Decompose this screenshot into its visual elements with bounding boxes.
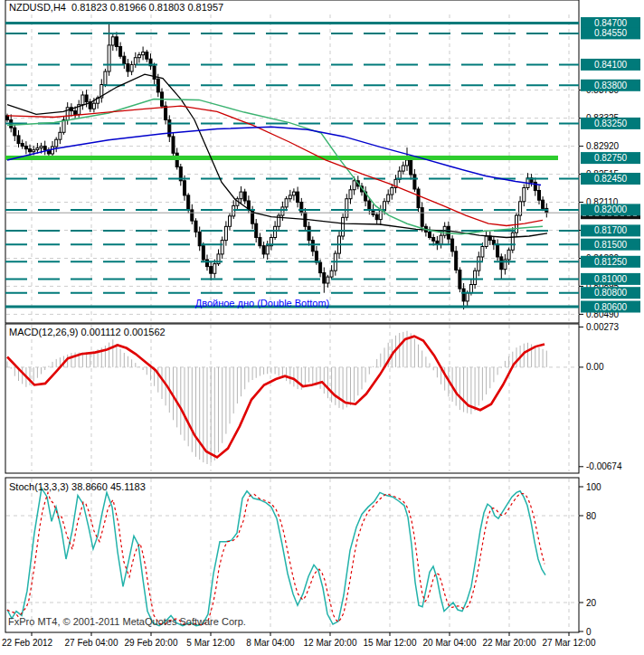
macd-indicator-label: MACD(12,26,9) 0.001112 0.001562 — [9, 327, 166, 337]
svg-text:27 Mar 12:00: 27 Mar 12:00 — [543, 638, 596, 648]
mt4-chart-window: 0.837300.833250.829200.825150.821100.817… — [0, 0, 644, 655]
svg-text:0.84100: 0.84100 — [594, 60, 628, 70]
svg-text:22 Feb 2012: 22 Feb 2012 — [2, 638, 53, 648]
svg-text:0.84700: 0.84700 — [594, 18, 628, 28]
svg-text:12 Mar 20:00: 12 Mar 20:00 — [304, 638, 357, 648]
svg-text:0.82450: 0.82450 — [594, 174, 628, 184]
svg-text:0.81700: 0.81700 — [594, 225, 628, 235]
svg-text:29 Feb 20:00: 29 Feb 20:00 — [125, 638, 178, 648]
svg-text:0.83800: 0.83800 — [594, 81, 628, 90]
svg-text:-0.00674: -0.00674 — [586, 461, 622, 471]
svg-text:0.83250: 0.83250 — [594, 119, 628, 128]
svg-text:0.80600: 0.80600 — [594, 302, 628, 312]
svg-text:0.84550: 0.84550 — [594, 28, 628, 38]
svg-text:0: 0 — [586, 627, 592, 637]
svg-text:0.82750: 0.82750 — [594, 153, 628, 163]
svg-text:15 Mar 12:00: 15 Mar 12:00 — [364, 638, 417, 648]
svg-text:0.00273: 0.00273 — [586, 322, 620, 332]
svg-text:20: 20 — [586, 598, 597, 608]
chart-header: NZDUSD,H40.81823 0.81966 0.81803 0.81957 — [9, 2, 229, 13]
svg-text:0.81000: 0.81000 — [594, 274, 628, 284]
svg-text:8 Mar 04:00: 8 Mar 04:00 — [246, 638, 295, 648]
watermark: FxPro MT4, © 2001-2011 MetaQuotes Softwa… — [8, 616, 246, 627]
stoch-indicator-label: Stoch(13,3,3) 38.8660 45.1183 — [9, 481, 146, 492]
svg-text:100: 100 — [586, 482, 601, 492]
svg-text:80: 80 — [586, 511, 597, 521]
double-bottom-annotation: Двойное дно (Double Bottom) — [163, 298, 362, 309]
svg-text:0.80800: 0.80800 — [594, 288, 628, 298]
svg-text:0.82920: 0.82920 — [586, 141, 620, 151]
symbol-period-label: NZDUSD,H4 — [9, 2, 66, 13]
svg-text:0.82000: 0.82000 — [594, 204, 628, 214]
svg-text:22 Mar 20:00: 22 Mar 20:00 — [483, 638, 536, 648]
svg-text:5 Mar 12:00: 5 Mar 12:00 — [186, 638, 235, 648]
ohlc-values: 0.81823 0.81966 0.81803 0.81957 — [71, 2, 223, 13]
svg-text:20 Mar 04:00: 20 Mar 04:00 — [423, 638, 477, 648]
svg-text:0.81500: 0.81500 — [594, 240, 628, 250]
svg-text:0.81250: 0.81250 — [594, 257, 628, 267]
svg-text:27 Feb 04:00: 27 Feb 04:00 — [65, 638, 118, 648]
svg-text:0.00: 0.00 — [586, 362, 604, 372]
